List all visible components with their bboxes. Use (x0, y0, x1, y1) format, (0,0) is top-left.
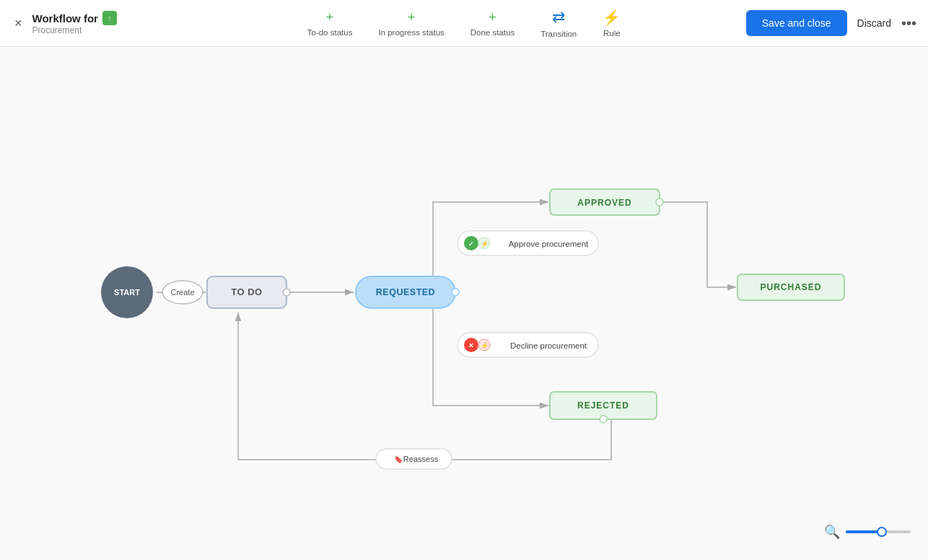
toolbar-done-status[interactable]: + Done status (470, 10, 515, 37)
create-label: Create (170, 288, 194, 297)
svg-text:⚡: ⚡ (481, 341, 489, 350)
toolbar-todo-status[interactable]: + To-do status (307, 10, 353, 37)
toolbar-todo-label: To-do status (307, 28, 353, 37)
more-options-button[interactable]: ••• (901, 15, 916, 32)
transition-icon: ⇄ (552, 8, 565, 27)
workflow-title: Workflow for ↑ (32, 11, 117, 25)
workflow-diagram: START Create TO DO REQUESTED ✓ ⚡ Approve… (0, 47, 928, 560)
close-button[interactable]: × (12, 14, 25, 32)
upload-icon: ↑ (102, 11, 117, 25)
svg-point-16 (600, 416, 607, 423)
svg-point-5 (283, 289, 290, 296)
toolbar-inprogress-label: In progress status (378, 28, 444, 37)
zoom-out-icon[interactable]: 🔍 (824, 524, 840, 540)
toolbar-rule-label: Rule (603, 29, 621, 38)
header: × Workflow for ↑ Procurement + To-do sta… (0, 0, 928, 47)
requested-label: REQUESTED (376, 287, 435, 297)
toolbar-rule[interactable]: ⚡ Rule (603, 9, 621, 38)
toolbar-inprogress-status[interactable]: + In progress status (378, 10, 444, 37)
done-plus-icon: + (489, 10, 496, 25)
workflow-canvas[interactable]: START Create TO DO REQUESTED ✓ ⚡ Approve… (0, 47, 928, 560)
toolbar-transition-label: Transition (540, 30, 577, 38)
inprogress-plus-icon: + (408, 10, 416, 25)
approved-label: APPROVED (577, 198, 631, 208)
zoom-controls: 🔍 (824, 524, 911, 540)
discard-button[interactable]: Discard (854, 12, 894, 35)
zoom-thumb[interactable] (877, 527, 887, 537)
rule-lightning-icon: ⚡ (603, 9, 621, 26)
header-left: × Workflow for ↑ Procurement (12, 11, 170, 35)
save-close-button[interactable]: Save and close (746, 10, 847, 36)
toolbar: + To-do status + In progress status + Do… (307, 8, 621, 38)
approve-transition-label: Approve procurement (509, 240, 589, 248)
workflow-title-text: Workflow for (32, 12, 98, 25)
workflow-subtitle: Procurement (32, 25, 117, 35)
rejected-label: REJECTED (577, 401, 629, 411)
toolbar-transition[interactable]: ⇄ Transition (540, 8, 577, 38)
svg-text:✓: ✓ (468, 240, 474, 248)
header-right: Save and close Discard ••• (746, 10, 916, 36)
purchased-label: PURCHASED (760, 282, 821, 292)
svg-point-11 (656, 198, 663, 206)
todo-label: TO DO (231, 286, 262, 297)
start-label: START (114, 288, 140, 297)
toolbar-done-label: Done status (470, 28, 515, 37)
decline-transition-label: Decline procurement (510, 341, 587, 350)
todo-plus-icon: + (326, 10, 334, 25)
svg-text:⚡: ⚡ (481, 240, 489, 248)
svg-point-6 (452, 289, 459, 296)
reassess-transition-label: Reassess (403, 455, 439, 463)
svg-text:✕: ✕ (468, 342, 474, 349)
zoom-slider[interactable] (846, 530, 911, 533)
svg-text:🔖: 🔖 (394, 455, 403, 464)
workflow-info: Workflow for ↑ Procurement (32, 11, 117, 35)
